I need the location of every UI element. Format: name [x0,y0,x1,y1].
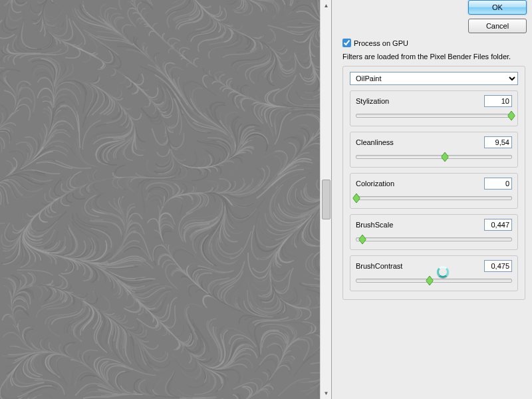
brushcontrast-label: BrushContrast [356,262,402,270]
filter-select[interactable]: OilPaint [350,72,518,85]
param-brushscale: BrushScale [350,214,518,250]
cleanliness-slider-thumb[interactable] [441,152,448,162]
brushcontrast-value[interactable] [484,260,512,272]
busy-cursor-icon [437,266,450,279]
colorization-slider-thumb[interactable] [353,194,360,203]
param-stylization: Stylization [350,90,518,126]
cleanliness-label: Cleanliness [356,138,394,146]
info-text: Filters are loaded from the Pixel Bender… [342,53,525,61]
brushcontrast-slider[interactable] [356,279,512,283]
dialog-buttons: OK Cancel [468,0,527,33]
stylization-value[interactable] [484,95,512,107]
preview-canvas [0,0,331,399]
cleanliness-value[interactable] [484,136,512,148]
process-gpu-label[interactable]: Process on GPU [354,39,408,47]
brushcontrast-slider-thumb[interactable] [426,276,433,285]
stylization-slider[interactable] [356,114,512,118]
ok-button[interactable]: OK [468,0,527,15]
brushscale-slider-thumb[interactable] [359,235,366,244]
param-brushcontrast: BrushContrast [350,255,518,291]
colorization-label: Colorization [356,180,394,188]
brushscale-value[interactable] [484,219,512,231]
cleanliness-slider[interactable] [356,155,512,159]
brushscale-label: BrushScale [356,221,393,229]
stylization-slider-thumb[interactable] [508,111,515,120]
preview-scrollbar-vertical[interactable]: ▲ ▼ [320,0,331,399]
scroll-down-arrow-icon[interactable]: ▼ [321,388,331,399]
cancel-button[interactable]: Cancel [468,19,527,33]
process-gpu-row: Process on GPU [342,39,525,47]
colorization-value[interactable] [484,178,512,190]
settings-panel: OK Cancel Process on GPU Filters are loa… [331,0,532,399]
process-gpu-checkbox[interactable] [342,39,351,47]
preview-pane: ▲ ▼ [0,0,331,399]
colorization-slider[interactable] [356,196,512,200]
param-cleanliness: Cleanliness [350,132,518,168]
scroll-up-arrow-icon[interactable]: ▲ [321,0,331,11]
filter-group: OilPaint Stylization Cleanliness [342,66,525,300]
stylization-label: Stylization [356,97,389,105]
param-colorization: Colorization [350,173,518,209]
scrollbar-thumb[interactable] [322,180,331,219]
brushscale-slider[interactable] [356,237,512,241]
